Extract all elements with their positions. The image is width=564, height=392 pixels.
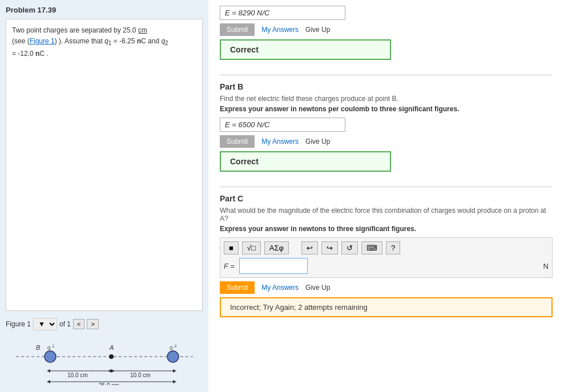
problem-title: Problem 17.39 [6, 6, 203, 14]
toolbar-redo-btn[interactable]: ↪ [321, 241, 338, 254]
svg-marker-16 [173, 369, 176, 373]
problem-box: Two point charges are separated by 25.0 … [6, 19, 203, 311]
svg-marker-20 [173, 380, 176, 383]
part-b-answer-input[interactable]: E = 6500 N/C [220, 118, 345, 132]
svg-text:B: B [36, 344, 40, 351]
part-b-correct-box: Correct [220, 151, 391, 172]
svg-text:A: A [109, 344, 114, 351]
svg-text:10.0 cm: 10.0 cm [67, 372, 88, 378]
part-a-submit-button[interactable]: Submit [220, 23, 255, 36]
part-c-submit-row: Submit My Answers Give Up [220, 281, 553, 294]
part-a-answer-row: E = 8290 N/C [220, 6, 553, 20]
part-c-title: Part C [220, 194, 553, 203]
part-c-give-up-link[interactable]: Give Up [305, 284, 330, 292]
figure-next-button[interactable]: > [87, 319, 98, 329]
right-panel: E = 8290 N/C Submit My Answers Give Up C… [208, 0, 564, 392]
svg-text:q: q [170, 345, 173, 351]
left-panel: Problem 17.39 Two point charges are sepa… [0, 0, 208, 392]
svg-point-1 [45, 351, 56, 362]
svg-text:10.0 cm: 10.0 cm [130, 372, 151, 378]
figure-controls: Figure 1 ▼ of 1 < > [6, 316, 203, 333]
figure-of-text: of 1 [59, 320, 71, 328]
figure-diagram: B q 1 A q 2 10.0 cm 10.0 cm [6, 335, 203, 386]
svg-point-2 [167, 351, 179, 362]
toolbar-block-btn[interactable]: ■ [224, 241, 239, 254]
part-a-submit-row: Submit My Answers Give Up [220, 23, 553, 36]
toolbar-help-btn[interactable]: ? [386, 241, 400, 254]
part-c-my-answers-link[interactable]: My Answers [261, 284, 299, 292]
svg-marker-15 [108, 369, 111, 373]
part-a-my-answers-link[interactable]: My Answers [261, 26, 299, 34]
math-toolbar-container: ■ √□ ΑΣφ ↩ ↪ ↺ ⌨ ? F = N [220, 237, 553, 278]
part-b-title: Part B [220, 82, 553, 91]
divider-ab [220, 75, 553, 75]
toolbar-greek-btn[interactable]: ΑΣφ [264, 241, 289, 254]
part-c-question: What would be the magnitude of the elect… [220, 207, 553, 223]
part-b-instruction: Express your answer in newtons per coulo… [220, 105, 553, 113]
svg-point-3 [109, 354, 114, 359]
figure-label-text: Figure 1 [6, 320, 31, 328]
figure-prev-button[interactable]: < [73, 319, 84, 329]
figure-footer: Figure 1 ▼ of 1 < > [6, 311, 203, 386]
math-toolbar: ■ √□ ΑΣφ ↩ ↪ ↺ ⌨ ? [224, 241, 549, 254]
part-b-answer-row: E = 6500 N/C [220, 118, 553, 132]
figure-select[interactable]: ▼ [33, 318, 57, 330]
part-c-answer-input[interactable] [239, 258, 308, 274]
toolbar-keyboard-btn[interactable]: ⌨ [361, 241, 382, 254]
part-c-incorrect-box: Incorrect; Try Again; 2 attempts remaini… [220, 297, 553, 317]
toolbar-reset-btn[interactable]: ↺ [341, 241, 358, 254]
figure-link[interactable]: Figure 1 [30, 37, 55, 45]
part-a-answer-input[interactable]: E = 8290 N/C [220, 6, 345, 20]
part-b-section: Part B Find the net electric field these… [220, 82, 553, 177]
n-label: N [543, 262, 549, 270]
part-b-give-up-link[interactable]: Give Up [305, 138, 330, 146]
part-c-submit-button[interactable]: Submit [220, 281, 255, 294]
svg-text:q: q [47, 345, 51, 351]
part-b-submit-button[interactable]: Submit [220, 135, 255, 148]
svg-marker-19 [47, 380, 50, 383]
part-b-question: Find the net electric field these charge… [220, 95, 553, 103]
f-label: F = [224, 262, 235, 270]
toolbar-sqrt-btn[interactable]: √□ [242, 241, 261, 254]
math-input-row: F = N [224, 258, 549, 274]
toolbar-undo-btn[interactable]: ↩ [301, 241, 318, 254]
part-a-section: E = 8290 N/C Submit My Answers Give Up C… [220, 6, 553, 66]
part-b-my-answers-link[interactable]: My Answers [261, 138, 299, 146]
svg-text:2: 2 [174, 343, 177, 349]
divider-bc [220, 187, 553, 187]
part-c-instruction: Express your answer in newtons to three … [220, 225, 553, 233]
part-a-give-up-link[interactable]: Give Up [305, 26, 330, 34]
svg-text:25.0 cm: 25.0 cm [99, 382, 119, 385]
figure-svg: B q 1 A q 2 10.0 cm 10.0 cm [10, 340, 204, 385]
svg-text:1: 1 [52, 343, 55, 349]
svg-marker-11 [47, 369, 50, 373]
part-c-section: Part C What would be the magnitude of th… [220, 194, 553, 317]
part-b-submit-row: Submit My Answers Give Up [220, 135, 553, 148]
problem-text: Two point charges are separated by 25.0 … [12, 26, 168, 58]
part-a-correct-box: Correct [220, 39, 391, 60]
